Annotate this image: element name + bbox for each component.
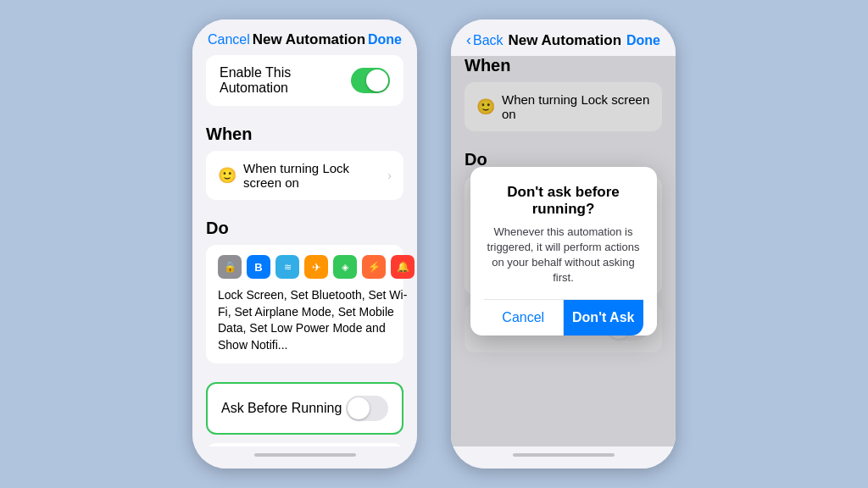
left-done-button[interactable]: Done xyxy=(368,32,402,47)
airplane-icon: ✈ xyxy=(304,255,328,279)
low-power-icon: ⚡ xyxy=(362,255,386,279)
when-header: When xyxy=(206,125,403,144)
back-label: Back xyxy=(473,33,504,48)
right-phone: ‹ Back New Automation Done When 🙂 When t… xyxy=(451,19,676,469)
do-card[interactable]: 🔒 B ≋ ✈ ◈ ⚡ 🔔 Lock Screen, Set Bluetooth… xyxy=(206,245,403,363)
notif-icon: 🔔 xyxy=(391,255,415,279)
left-nav-bar: Cancel New Automation Done xyxy=(192,19,417,55)
when-text: When turning Lock screen on xyxy=(243,161,387,190)
dialog-cancel-button[interactable]: Cancel xyxy=(484,300,565,336)
right-screen-content: When 🙂 When turning Lock screen on Do 🔒 … xyxy=(451,56,676,446)
enable-toggle[interactable] xyxy=(351,68,390,93)
lock-screen-emoji: 🙂 xyxy=(218,166,236,185)
mobile-data-icon: ◈ xyxy=(333,255,357,279)
enable-automation-row[interactable]: Enable This Automation xyxy=(206,55,403,106)
ask-toggle-knob xyxy=(348,397,370,419)
ask-before-running-label: Ask Before Running xyxy=(221,401,342,416)
dialog-buttons: Cancel Don't Ask xyxy=(484,299,643,336)
when-row-left: 🙂 When turning Lock screen on xyxy=(218,161,387,190)
enable-label: Enable This Automation xyxy=(220,65,351,96)
wifi-icon: ≋ xyxy=(275,255,299,279)
do-text: Lock Screen, Set Bluetooth, Set Wi-Fi, S… xyxy=(218,287,415,353)
bluetooth-icon: B xyxy=(247,255,270,279)
back-button[interactable]: ‹ Back xyxy=(466,31,504,49)
dialog-overlay: Don't ask before running? Whenever this … xyxy=(451,56,676,446)
do-header: Do xyxy=(206,219,403,238)
lock-screen-icon: 🔒 xyxy=(218,255,242,279)
ask-before-running-row[interactable]: Ask Before Running xyxy=(206,382,403,435)
back-arrow-icon: ‹ xyxy=(466,31,471,49)
left-phone: Cancel New Automation Done Enable This A… xyxy=(192,19,417,469)
dialog-message: Whenever this automation is triggered, i… xyxy=(484,225,643,286)
left-screen-content: Enable This Automation When 🙂 When turni… xyxy=(192,55,417,446)
right-done-button[interactable]: Done xyxy=(626,33,660,48)
right-nav-title: New Automation xyxy=(509,32,621,49)
right-home-indicator xyxy=(513,453,615,457)
right-nav-bar: ‹ Back New Automation Done xyxy=(451,19,676,56)
notify-when-run-row[interactable]: Notify When Run xyxy=(206,443,403,446)
do-content: 🔒 B ≋ ✈ ◈ ⚡ 🔔 Lock Screen, Set Bluetooth… xyxy=(218,255,415,353)
toggle-knob xyxy=(366,69,388,92)
left-nav-title: New Automation xyxy=(253,31,365,48)
right-screen: ‹ Back New Automation Done When 🙂 When t… xyxy=(451,19,676,469)
when-chevron-icon: › xyxy=(387,169,392,182)
do-icon-row: 🔒 B ≋ ✈ ◈ ⚡ 🔔 xyxy=(218,255,415,279)
cancel-button[interactable]: Cancel xyxy=(208,32,250,47)
do-row: 🔒 B ≋ ✈ ◈ ⚡ 🔔 Lock Screen, Set Bluetooth… xyxy=(218,255,392,353)
dialog-box: Don't ask before running? Whenever this … xyxy=(470,167,657,336)
left-screen: Cancel New Automation Done Enable This A… xyxy=(192,19,417,469)
when-row[interactable]: 🙂 When turning Lock screen on › xyxy=(206,151,403,200)
dialog-confirm-button[interactable]: Don't Ask xyxy=(564,300,643,336)
ask-toggle[interactable] xyxy=(346,396,388,421)
home-indicator xyxy=(254,453,356,457)
dialog-title: Don't ask before running? xyxy=(484,184,643,218)
